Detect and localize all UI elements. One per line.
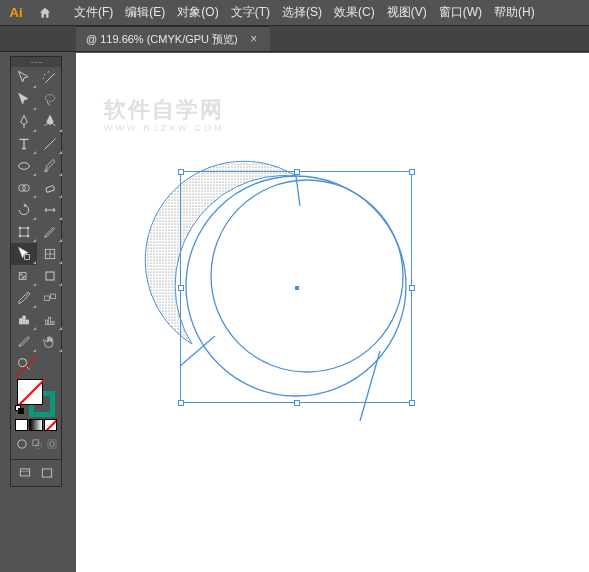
watermark-line1: 软件自学网	[104, 95, 224, 125]
handle-bot-mid[interactable]	[294, 400, 300, 406]
menu-type[interactable]: 文字(T)	[225, 0, 276, 25]
svg-rect-22	[45, 320, 47, 325]
hand-tool[interactable]	[37, 331, 63, 353]
tab-label: @ 119.66% (CMYK/GPU 预览)	[86, 32, 238, 47]
svg-point-14	[23, 276, 24, 277]
perspective-selection-tool[interactable]	[11, 243, 37, 265]
svg-rect-17	[45, 296, 50, 301]
selection-tool[interactable]	[11, 67, 37, 89]
svg-rect-19	[19, 319, 22, 324]
rotate-tool[interactable]	[11, 199, 37, 221]
menu-help[interactable]: 帮助(H)	[488, 0, 541, 25]
menu-items: 文件(F) 编辑(E) 对象(O) 文字(T) 选择(S) 效果(C) 视图(V…	[68, 0, 541, 25]
swatch-gradient[interactable]	[29, 419, 42, 431]
line-tool[interactable]	[37, 133, 63, 155]
svg-point-30	[50, 442, 55, 447]
svg-point-6	[19, 227, 21, 229]
screen-mode-row	[11, 460, 61, 486]
home-icon[interactable]	[34, 3, 56, 23]
menu-window[interactable]: 窗口(W)	[433, 0, 488, 25]
svg-point-8	[19, 235, 21, 237]
menu-edit[interactable]: 编辑(E)	[119, 0, 171, 25]
pen-tool[interactable]	[11, 111, 37, 133]
handle-top-mid[interactable]	[294, 169, 300, 175]
document-tabbar: @ 119.66% (CMYK/GPU 预览) ×	[0, 26, 589, 52]
artboard-tool[interactable]	[37, 265, 63, 287]
document-tab[interactable]: @ 119.66% (CMYK/GPU 预览) ×	[76, 26, 270, 51]
selected-artwork[interactable]	[180, 171, 416, 407]
handle-top-left[interactable]	[178, 169, 184, 175]
draw-behind-icon[interactable]	[30, 435, 44, 453]
svg-rect-29	[48, 440, 56, 448]
paintbrush-tool[interactable]	[37, 155, 63, 177]
tools-grid	[11, 67, 61, 375]
lasso-tool[interactable]	[37, 89, 63, 111]
free-transform-tool[interactable]	[11, 221, 37, 243]
svg-rect-21	[26, 320, 29, 324]
menu-view[interactable]: 视图(V)	[381, 0, 433, 25]
curvature-tool[interactable]	[37, 111, 63, 133]
center-point	[295, 286, 299, 290]
handle-bot-left[interactable]	[178, 400, 184, 406]
canvas[interactable]: 软件自学网 WWW.RJZXW.COM	[76, 53, 589, 572]
toolbox-grip[interactable]	[11, 57, 61, 67]
ellipse-tool[interactable]	[11, 155, 37, 177]
menubar: Ai 文件(F) 编辑(E) 对象(O) 文字(T) 选择(S) 效果(C) 视…	[0, 0, 589, 26]
svg-rect-24	[52, 321, 54, 324]
svg-point-2	[19, 185, 26, 192]
watermark: 软件自学网 WWW.RJZXW.COM	[104, 95, 224, 133]
svg-point-3	[23, 185, 30, 192]
svg-rect-5	[20, 228, 28, 236]
type-tool[interactable]	[11, 133, 37, 155]
svg-rect-10	[25, 255, 30, 260]
swatch-color[interactable]	[15, 419, 28, 431]
eraser-tool[interactable]	[37, 177, 63, 199]
symbol-sprayer-tool[interactable]	[11, 265, 37, 287]
svg-point-15	[22, 277, 23, 278]
draw-inside-icon[interactable]	[45, 435, 59, 453]
menu-effect[interactable]: 效果(C)	[328, 0, 381, 25]
draw-normal-icon[interactable]	[15, 435, 29, 453]
svg-point-26	[18, 440, 26, 448]
swatch-none[interactable]	[44, 419, 57, 431]
direct-selection-tool[interactable]	[11, 89, 37, 111]
screen-mode-icon[interactable]	[15, 464, 35, 482]
blend-tool[interactable]	[37, 287, 63, 309]
eyedropper-tool[interactable]	[11, 287, 37, 309]
shape-builder-tool[interactable]	[11, 177, 37, 199]
width-tool[interactable]	[37, 199, 63, 221]
svg-rect-32	[42, 469, 51, 477]
watermark-line2: WWW.RJZXW.COM	[104, 123, 224, 133]
column-graph-tool[interactable]	[37, 309, 63, 331]
tab-close-icon[interactable]: ×	[248, 33, 260, 45]
svg-point-7	[27, 227, 29, 229]
handle-bot-right[interactable]	[409, 400, 415, 406]
menu-file[interactable]: 文件(F)	[68, 0, 119, 25]
handle-top-right[interactable]	[409, 169, 415, 175]
fill-stroke-control[interactable]	[11, 375, 61, 417]
svg-rect-16	[46, 272, 54, 280]
handle-mid-left[interactable]	[178, 285, 184, 291]
gradient-mesh-tool[interactable]	[37, 243, 63, 265]
menu-object[interactable]: 对象(O)	[171, 0, 224, 25]
svg-point-0	[45, 95, 54, 102]
svg-rect-20	[23, 316, 26, 324]
menu-select[interactable]: 选择(S)	[276, 0, 328, 25]
app-logo: Ai	[4, 3, 28, 23]
svg-rect-23	[49, 317, 51, 324]
pencil-tool[interactable]	[37, 221, 63, 243]
default-fill-stroke-icon[interactable]	[15, 405, 25, 415]
svg-point-13	[21, 274, 22, 275]
drawing-modes	[11, 433, 61, 459]
slice-tool[interactable]	[11, 331, 37, 353]
svg-point-9	[27, 235, 29, 237]
bounding-box[interactable]	[180, 171, 412, 403]
toolbox-panel	[10, 56, 62, 487]
magic-wand-tool[interactable]	[37, 67, 63, 89]
edit-toolbar-icon[interactable]	[37, 464, 57, 482]
fill-swatch[interactable]	[17, 379, 43, 405]
svg-rect-31	[20, 469, 29, 476]
handle-mid-right[interactable]	[409, 285, 415, 291]
scissors-tool[interactable]	[11, 309, 37, 331]
svg-rect-4	[46, 185, 55, 192]
